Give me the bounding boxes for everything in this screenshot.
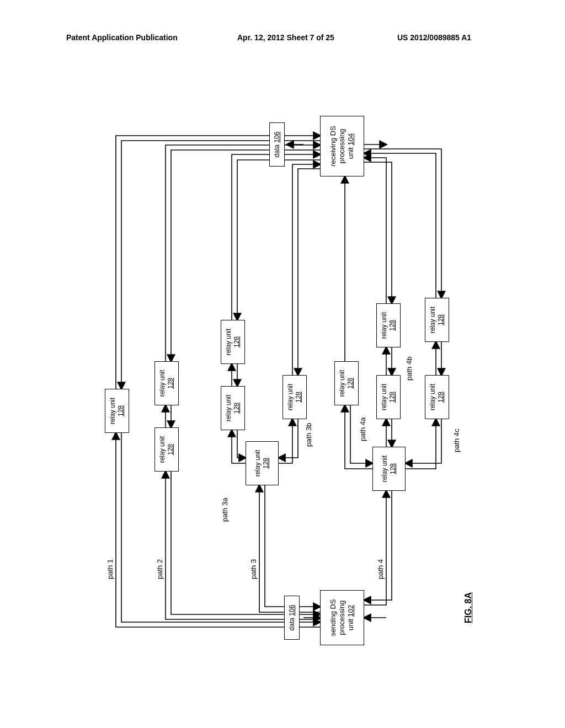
r: 106 xyxy=(273,132,281,143)
r: 128 xyxy=(233,403,241,414)
label: data 106 xyxy=(288,605,296,631)
label-path4: path 4 xyxy=(376,559,385,579)
relay-box-p4c-2: relay unit 128 xyxy=(425,298,449,342)
relay-box-p4-start: relay unit 128 xyxy=(372,447,406,491)
t: unit xyxy=(347,146,355,159)
figure-label: FIG. 8A xyxy=(463,592,473,623)
relay-box-p3b: relay unit 128 xyxy=(282,375,307,419)
relay-box-p4c-1: relay unit 128 xyxy=(425,375,449,419)
t: relay unit xyxy=(158,370,167,397)
diagram-wrap: data 106 sending DS processing unit 102 … xyxy=(7,164,558,597)
r: 128 xyxy=(388,392,397,403)
r: 102 xyxy=(347,605,355,617)
header-mid: Apr. 12, 2012 Sheet 7 of 25 xyxy=(237,33,334,42)
page-header: Patent Application Publication Apr. 12, … xyxy=(0,33,565,50)
label-path3b: path 3b xyxy=(305,423,313,447)
t: relay unit xyxy=(380,384,388,411)
t: data xyxy=(273,143,281,158)
r: 106 xyxy=(288,605,296,616)
diagram: data 106 sending DS processing unit 102 … xyxy=(66,105,499,656)
header-left: Patent Application Publication xyxy=(66,33,178,42)
r: 128 xyxy=(167,378,175,389)
label: data 106 xyxy=(273,132,281,158)
t: relay unit xyxy=(381,456,389,483)
r: 128 xyxy=(388,320,397,331)
sending-ds-box: sending DS processing unit 102 xyxy=(320,590,364,645)
t: relay unit xyxy=(429,307,437,334)
t: relay unit xyxy=(429,384,437,411)
t: relay unit xyxy=(109,398,117,425)
relay-box-p2b: relay unit 128 xyxy=(154,361,179,405)
relay-box-p4a: relay unit 128 xyxy=(334,361,359,405)
r: 128 xyxy=(295,392,303,403)
l1: receiving DS xyxy=(329,126,338,167)
r: 128 xyxy=(262,458,270,469)
label-path3: path 3 xyxy=(249,559,258,579)
label-path4c: path 4c xyxy=(452,429,461,452)
relay-box-p3-start: relay unit 128 xyxy=(246,441,279,485)
data-box-right: data 106 xyxy=(269,122,285,167)
r: 128 xyxy=(437,392,445,403)
page: Patent Application Publication Apr. 12, … xyxy=(0,0,565,728)
r: 128 xyxy=(389,463,397,474)
t: data xyxy=(288,616,296,631)
t: relay unit xyxy=(338,370,347,397)
t: relay unit xyxy=(286,384,295,411)
r: 128 xyxy=(167,444,175,455)
l2: processing xyxy=(338,601,347,635)
label-path3a: path 3a xyxy=(221,498,229,522)
label-path1: path 1 xyxy=(106,559,114,579)
relay-box-p1: relay unit 128 xyxy=(105,389,129,433)
l2: processing xyxy=(338,129,347,164)
t: relay unit xyxy=(254,450,262,477)
t: relay unit xyxy=(158,436,167,463)
t: unit xyxy=(347,617,355,631)
label-path4b: path 4b xyxy=(405,357,413,381)
l3: unit 102 xyxy=(347,605,355,630)
relay-box-p3a-1: relay unit 128 xyxy=(221,386,245,430)
r: 128 xyxy=(347,378,355,389)
r: 128 xyxy=(117,405,125,416)
data-box-left: data 106 xyxy=(284,596,300,640)
header-right: US 2012/0089885 A1 xyxy=(397,33,471,42)
l3: unit 104 xyxy=(347,133,355,159)
r: 128 xyxy=(233,336,241,347)
t: relay unit xyxy=(225,329,233,356)
receiving-ds-box: receiving DS processing unit 104 xyxy=(320,116,364,176)
relay-box-p2a: relay unit 128 xyxy=(154,427,179,472)
relay-box-p3a-2: relay unit 128 xyxy=(221,320,245,364)
t: relay unit xyxy=(225,395,233,422)
l1: sending DS xyxy=(329,599,338,636)
t: relay unit xyxy=(380,312,388,339)
r: 128 xyxy=(437,314,445,325)
label-path2: path 2 xyxy=(156,559,164,579)
relay-box-p4b-2: relay unit 128 xyxy=(376,303,401,347)
r: 104 xyxy=(347,133,355,146)
label-path4a: path 4a xyxy=(359,417,367,441)
relay-box-p4b-1: relay unit 128 xyxy=(376,375,401,419)
